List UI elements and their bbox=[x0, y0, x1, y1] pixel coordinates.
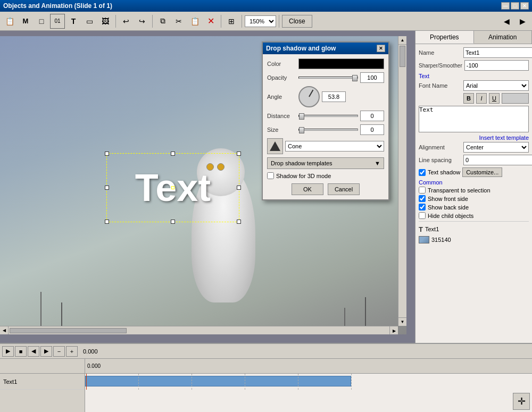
distance-slider[interactable] bbox=[298, 115, 358, 117]
color-picker[interactable] bbox=[298, 58, 384, 69]
close-window-button[interactable]: ✕ bbox=[520, 2, 529, 10]
timeline-cursor[interactable] bbox=[86, 374, 87, 390]
toolbar-numbox-button[interactable]: 01 bbox=[50, 14, 65, 29]
toolbar-redo-button[interactable]: ↪ bbox=[135, 14, 149, 29]
timeline-bar[interactable] bbox=[85, 376, 351, 386]
zoom-select[interactable]: 150% bbox=[245, 15, 276, 27]
toolbar-undo-button[interactable]: ↩ bbox=[119, 14, 134, 29]
hide-child-checkbox[interactable] bbox=[419, 212, 426, 219]
zoom-out-button[interactable]: − bbox=[53, 346, 65, 357]
distance-input[interactable] bbox=[360, 111, 384, 121]
tab-animation[interactable]: Animation bbox=[474, 31, 533, 44]
handle-tl[interactable] bbox=[105, 152, 109, 156]
customize-button[interactable]: Customize... bbox=[462, 167, 502, 177]
sharper-input[interactable] bbox=[464, 60, 529, 71]
insert-template-link[interactable]: Insert text template bbox=[419, 134, 529, 141]
tl-header bbox=[0, 359, 85, 374]
size-slider[interactable] bbox=[298, 129, 358, 131]
size-label: Size bbox=[267, 127, 296, 133]
stop-button[interactable]: ■ bbox=[15, 346, 27, 357]
text-element[interactable]: Text bbox=[106, 153, 239, 222]
tl-time-zero: 0.000 bbox=[87, 363, 101, 369]
toolbar-copy-button[interactable]: ⧉ bbox=[155, 14, 170, 29]
distance-thumb[interactable] bbox=[299, 113, 304, 120]
scroll-down-btn[interactable]: ▼ bbox=[398, 317, 406, 326]
dialog-close-button[interactable]: ✕ bbox=[377, 45, 385, 52]
bold-button[interactable]: B bbox=[463, 93, 474, 104]
show-back-checkbox[interactable] bbox=[419, 204, 426, 211]
handle-tm[interactable] bbox=[171, 152, 175, 156]
angle-input[interactable] bbox=[322, 91, 346, 102]
angle-dial[interactable] bbox=[298, 86, 320, 107]
toolbar-text-button[interactable]: T bbox=[66, 14, 81, 29]
show-front-checkbox[interactable] bbox=[419, 195, 426, 202]
toolbar-image-button[interactable]: 🖼 bbox=[98, 14, 113, 29]
text-section-label: Text bbox=[419, 73, 529, 79]
shadow-3d-checkbox[interactable] bbox=[267, 172, 274, 179]
color-label: Color bbox=[267, 61, 296, 67]
text-content-area[interactable]: Text bbox=[419, 106, 529, 132]
toolbar-paste-button[interactable]: 📋 bbox=[187, 14, 202, 29]
timeline-move-btn[interactable]: ✛ bbox=[513, 393, 530, 410]
alignment-select[interactable]: Center bbox=[463, 142, 529, 153]
zoom-in-button[interactable]: + bbox=[66, 346, 78, 357]
close-button[interactable]: Close bbox=[282, 15, 312, 28]
properties-panel: Properties Animation Name Sharper/Smooth… bbox=[415, 31, 532, 343]
handle-mr[interactable] bbox=[237, 186, 241, 190]
scroll-thumb-v[interactable] bbox=[400, 46, 405, 67]
nav-prev-button[interactable]: ◀ bbox=[499, 14, 514, 29]
templates-label: Drop shadow templates bbox=[271, 160, 332, 166]
tab-properties[interactable]: Properties bbox=[415, 31, 474, 44]
cancel-button[interactable]: Cancel bbox=[328, 183, 360, 195]
toolbar-grid-button[interactable]: ⊞ bbox=[224, 14, 239, 29]
toolbar-cut-button[interactable]: ✂ bbox=[171, 14, 186, 29]
common-section-label: Common bbox=[419, 179, 529, 186]
size-input[interactable] bbox=[360, 124, 384, 135]
next-frame-button[interactable]: ▶ bbox=[40, 346, 52, 357]
scroll-left-btn[interactable]: ◀ bbox=[0, 326, 9, 335]
scrollbar-horizontal[interactable]: ◀ ▶ bbox=[0, 326, 398, 334]
line-spacing-input[interactable] bbox=[463, 155, 532, 165]
ok-button[interactable]: OK bbox=[292, 183, 323, 195]
opacity-slider[interactable] bbox=[298, 77, 358, 79]
handle-bl[interactable] bbox=[105, 220, 109, 224]
scroll-up-btn[interactable]: ▲ bbox=[398, 36, 406, 45]
transparent-checkbox[interactable] bbox=[419, 187, 426, 194]
underline-button[interactable]: U bbox=[489, 93, 500, 104]
play-button[interactable]: ▶ bbox=[2, 346, 14, 357]
maximize-button[interactable]: □ bbox=[511, 2, 519, 10]
handle-tr[interactable] bbox=[237, 152, 241, 156]
italic-button[interactable]: I bbox=[476, 93, 487, 104]
triangle-icon bbox=[270, 141, 280, 151]
toolbar-m-button[interactable]: M bbox=[18, 14, 33, 29]
minimize-button[interactable]: — bbox=[501, 2, 510, 10]
toolbar-delete-button[interactable]: ✕ bbox=[203, 14, 218, 29]
toolbar-new-button[interactable]: 📋 bbox=[2, 14, 17, 29]
time-marker-2 bbox=[192, 374, 192, 390]
scroll-thumb-h[interactable] bbox=[10, 328, 127, 333]
object-row-text: T Text1 bbox=[419, 224, 529, 234]
handle-bm[interactable] bbox=[171, 220, 175, 224]
opacity-thumb[interactable] bbox=[352, 75, 358, 81]
scrollbar-vertical[interactable]: ▲ ▼ bbox=[398, 36, 406, 326]
nav-next-button[interactable]: ▶ bbox=[515, 14, 530, 29]
handle-br[interactable] bbox=[237, 220, 241, 224]
handle-ml[interactable] bbox=[105, 186, 109, 190]
drop-shadow-templates-btn[interactable]: Drop shadow templates ▼ bbox=[267, 157, 384, 169]
text-color-box[interactable] bbox=[502, 93, 529, 104]
name-input[interactable] bbox=[463, 47, 532, 58]
scroll-right-btn[interactable]: ▶ bbox=[389, 326, 398, 334]
object-list: T Text1 315140 bbox=[419, 221, 529, 245]
size-thumb[interactable] bbox=[299, 127, 304, 133]
timeline-nav: ✛ bbox=[513, 393, 530, 410]
panel-content: Name Sharper/Smoother Text Font Name Ari… bbox=[415, 44, 532, 248]
toolbar-outline-button[interactable]: ▭ bbox=[82, 14, 97, 29]
shape-select[interactable]: Cone bbox=[285, 141, 384, 152]
text-shadow-label: Text shadow bbox=[428, 169, 460, 175]
text-shadow-checkbox[interactable] bbox=[419, 169, 426, 176]
prev-frame-button[interactable]: ◀ bbox=[28, 346, 39, 357]
toolbar-rect-button[interactable]: □ bbox=[34, 14, 49, 29]
angle-label: Angle bbox=[267, 94, 296, 100]
font-select[interactable]: Arial bbox=[463, 80, 529, 91]
opacity-input[interactable] bbox=[360, 72, 384, 83]
